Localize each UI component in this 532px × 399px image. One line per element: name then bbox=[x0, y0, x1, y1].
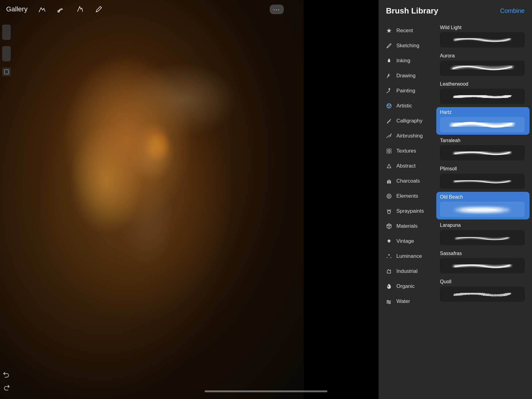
category-item-water[interactable]: Water bbox=[380, 294, 432, 309]
modify-tool-icon[interactable] bbox=[37, 4, 47, 14]
brush-name-hartz: Hartz bbox=[440, 110, 525, 115]
brush-item-wild-light[interactable]: Wild Light bbox=[436, 22, 530, 50]
brush-name-larapuna: Larapuna bbox=[440, 223, 525, 228]
svg-rect-17 bbox=[390, 180, 391, 184]
category-item-elements[interactable]: Elements bbox=[380, 189, 432, 203]
category-icon-calligraphy bbox=[385, 117, 393, 125]
brush-preview-hartz bbox=[440, 117, 525, 132]
category-item-painting[interactable]: Painting bbox=[380, 83, 432, 98]
category-item-charcoals[interactable]: Charcoals bbox=[380, 174, 432, 188]
svg-point-18 bbox=[387, 194, 391, 198]
brush-item-leatherwood[interactable]: Leatherwood bbox=[436, 79, 530, 107]
size-slider-handle[interactable] bbox=[2, 46, 11, 61]
category-label-inking: Inking bbox=[396, 58, 410, 64]
gallery-button[interactable]: Gallery bbox=[6, 5, 28, 13]
category-label-vintage: Vintage bbox=[396, 238, 414, 244]
svg-rect-13 bbox=[387, 151, 389, 153]
category-icon-airbrushing bbox=[385, 132, 393, 140]
brush-name-aurora: Aurora bbox=[440, 53, 525, 59]
category-item-materials[interactable]: Materials bbox=[380, 219, 432, 234]
more-button[interactable]: ··· bbox=[270, 5, 284, 14]
category-icon-charcoals bbox=[385, 177, 393, 185]
category-icon-elements bbox=[385, 192, 393, 200]
category-label-airbrushing: Airbrushing bbox=[396, 133, 423, 139]
svg-rect-11 bbox=[387, 149, 389, 151]
brush-preview-quoll bbox=[440, 286, 525, 302]
brush-name-wild-light: Wild Light bbox=[440, 25, 525, 30]
brush-name-quoll: Quoll bbox=[440, 279, 525, 285]
category-icon-materials bbox=[385, 223, 393, 230]
svg-point-8 bbox=[387, 105, 389, 106]
category-label-drawing: Drawing bbox=[396, 73, 415, 79]
category-label-calligraphy: Calligraphy bbox=[396, 118, 422, 124]
svg-point-19 bbox=[388, 195, 390, 197]
selection-tool-icon[interactable] bbox=[75, 4, 85, 14]
category-label-artistic: Artistic bbox=[396, 103, 412, 109]
category-icon-water bbox=[385, 298, 393, 305]
category-icon-vintage bbox=[385, 238, 393, 245]
svg-rect-5 bbox=[4, 70, 9, 74]
category-item-spraypaints[interactable]: Spraypaints bbox=[380, 204, 432, 219]
category-icon-textures bbox=[385, 147, 393, 155]
brush-item-plimsoll[interactable]: Plimsoll bbox=[436, 164, 530, 191]
category-item-textures[interactable]: Textures bbox=[380, 144, 432, 158]
category-icon-inking bbox=[385, 57, 393, 64]
brush-item-quoll[interactable]: Quoll bbox=[436, 277, 530, 304]
brush-item-old-beach[interactable]: Old Beach bbox=[436, 192, 530, 219]
svg-point-21 bbox=[388, 241, 390, 242]
category-label-luminance: Luminance bbox=[396, 253, 422, 259]
category-icon-industrial bbox=[385, 268, 393, 275]
category-item-calligraphy[interactable]: Calligraphy bbox=[380, 114, 432, 128]
category-icon-sketching bbox=[385, 42, 393, 49]
category-label-abstract: Abstract bbox=[396, 163, 415, 169]
left-sidebar bbox=[0, 18, 13, 399]
svg-rect-20 bbox=[388, 211, 390, 214]
brush-library-content: Recent Sketching Inking Drawing Painting… bbox=[379, 21, 532, 399]
brush-item-tarraleah[interactable]: Tarraleah bbox=[436, 135, 530, 163]
brush-preview-tarraleah bbox=[440, 145, 525, 161]
brush-item-sassafras[interactable]: Sassafras bbox=[436, 248, 530, 276]
category-item-airbrushing[interactable]: Airbrushing bbox=[380, 129, 432, 143]
category-icon-abstract bbox=[385, 162, 393, 170]
brush-name-plimsoll: Plimsoll bbox=[440, 166, 525, 172]
category-icon-artistic bbox=[385, 102, 393, 110]
category-label-recent: Recent bbox=[396, 28, 413, 34]
svg-rect-15 bbox=[387, 180, 388, 184]
brush-item-aurora[interactable]: Aurora bbox=[436, 51, 530, 78]
category-label-charcoals: Charcoals bbox=[396, 178, 420, 184]
brush-preview-aurora bbox=[440, 60, 525, 76]
brush-name-tarraleah: Tarraleah bbox=[440, 138, 525, 143]
category-item-vintage[interactable]: Vintage bbox=[380, 234, 432, 249]
smudge-tool-icon[interactable] bbox=[56, 4, 66, 14]
category-item-inking[interactable]: Inking bbox=[380, 53, 432, 68]
category-item-recent[interactable]: Recent bbox=[380, 23, 432, 38]
category-icon-drawing bbox=[385, 72, 393, 79]
category-item-luminance[interactable]: Luminance bbox=[380, 249, 432, 264]
category-item-artistic[interactable]: Artistic bbox=[380, 99, 432, 113]
color-picker-square[interactable] bbox=[2, 68, 11, 76]
brush-item-hartz[interactable]: Hartz bbox=[436, 107, 530, 135]
category-item-drawing[interactable]: Drawing bbox=[380, 68, 432, 83]
category-icon-spraypaints bbox=[385, 207, 393, 215]
brush-library-header: Brush Library Combine bbox=[379, 0, 532, 21]
pen-tool-icon[interactable] bbox=[94, 4, 104, 14]
color-slider-handle[interactable] bbox=[2, 25, 11, 40]
brush-library-title: Brush Library bbox=[386, 6, 438, 16]
category-label-textures: Textures bbox=[396, 148, 416, 154]
category-item-organic[interactable]: Organic bbox=[380, 279, 432, 294]
undo-button[interactable] bbox=[2, 370, 11, 380]
category-label-painting: Painting bbox=[396, 88, 415, 94]
category-item-abstract[interactable]: Abstract bbox=[380, 159, 432, 173]
toolbar-left: Gallery bbox=[6, 4, 104, 14]
combine-button[interactable]: Combine bbox=[500, 7, 525, 14]
category-item-sketching[interactable]: Sketching bbox=[380, 38, 432, 53]
svg-rect-12 bbox=[389, 149, 391, 151]
category-label-sketching: Sketching bbox=[396, 43, 419, 49]
category-item-industrial[interactable]: Industrial bbox=[380, 264, 432, 279]
canvas-area[interactable] bbox=[0, 0, 304, 399]
brush-item-larapuna[interactable]: Larapuna bbox=[436, 220, 530, 248]
brush-name-old-beach: Old Beach bbox=[440, 194, 525, 200]
home-indicator bbox=[205, 390, 327, 392]
brush-preview-old-beach bbox=[440, 202, 525, 217]
category-label-elements: Elements bbox=[396, 193, 418, 199]
